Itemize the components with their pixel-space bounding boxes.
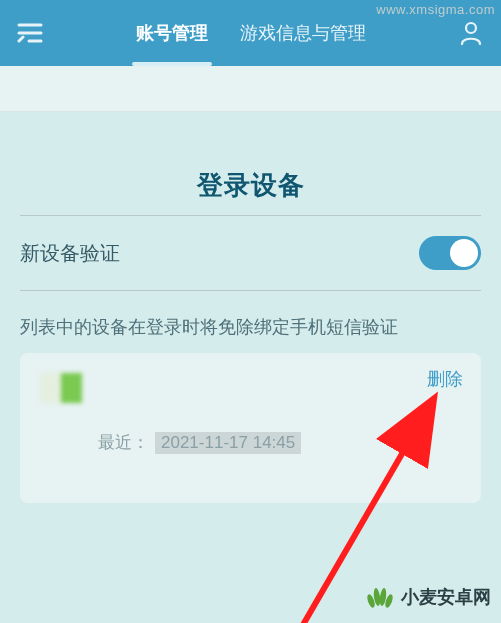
recent-prefix: 最近： [98, 431, 149, 454]
tab-game-info-manage[interactable]: 游戏信息与管理 [236, 0, 370, 66]
profile-button[interactable] [449, 11, 493, 55]
device-recent-meta: 最近： 2021-11-17 14:45 [98, 431, 461, 454]
menu-icon [17, 23, 43, 43]
brand-logo-icon [363, 581, 395, 613]
tab-label: 游戏信息与管理 [240, 21, 366, 45]
menu-button[interactable] [8, 11, 52, 55]
tab-account-manage[interactable]: 账号管理 [132, 0, 212, 66]
device-icon [40, 373, 82, 403]
new-device-verify-row: 新设备验证 [0, 216, 501, 290]
tab-label: 账号管理 [136, 21, 208, 45]
device-card: 删除 最近： 2021-11-17 14:45 [20, 353, 481, 503]
recent-datetime: 2021-11-17 14:45 [155, 432, 301, 454]
brand-text: 小麦安卓网 [401, 585, 491, 609]
svg-point-0 [466, 23, 476, 33]
delete-device-button[interactable]: 删除 [427, 367, 463, 391]
help-text: 列表中的设备在登录时将免除绑定手机短信验证 [0, 291, 501, 353]
person-icon [460, 21, 482, 45]
toggle-knob [450, 239, 478, 267]
new-device-verify-label: 新设备验证 [20, 240, 120, 267]
new-device-verify-toggle[interactable] [419, 236, 481, 270]
brand-badge: 小麦安卓网 [363, 581, 491, 613]
watermark-url: www.xmsigma.com [376, 2, 495, 17]
sub-header-bar [0, 66, 501, 112]
page-title: 登录设备 [0, 168, 501, 203]
